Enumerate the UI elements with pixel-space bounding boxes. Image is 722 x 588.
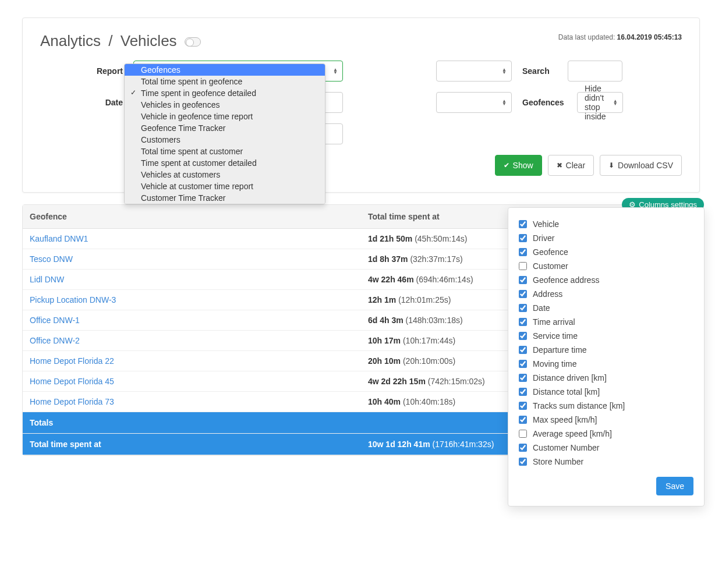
geofence-link[interactable]: Home Depot Florida 22 — [30, 356, 114, 366]
column-label: Store Number — [533, 457, 583, 466]
report-label: Report — [40, 66, 133, 76]
column-checkbox[interactable] — [519, 234, 527, 242]
column-label: Service time — [533, 331, 578, 341]
column-label: Max speed [km/h] — [533, 415, 597, 424]
column-checkbox[interactable] — [519, 374, 527, 382]
download-csv-button[interactable]: ⬇ Download CSV — [600, 155, 682, 176]
geofences-select[interactable]: Hide didn't stop inside ▲▼ — [577, 92, 623, 113]
column-toggle-row: Max speed [km/h] — [519, 413, 693, 427]
dropdown-option[interactable]: Vehicles at customers — [125, 169, 325, 180]
check-icon: ✔ — [504, 161, 509, 169]
date-label: Date — [40, 98, 133, 107]
download-icon: ⬇ — [608, 161, 614, 169]
column-checkbox[interactable] — [519, 346, 527, 354]
geofences-label: Geofences — [522, 98, 567, 107]
column-checkbox[interactable] — [519, 262, 527, 270]
geofence-link[interactable]: Home Depot Florida 73 — [30, 397, 114, 406]
geofence-link[interactable]: Kaufland DNW1 — [30, 234, 88, 243]
column-label: Date — [533, 303, 550, 313]
dropdown-option[interactable]: Total time spent in geofence — [125, 76, 325, 87]
time-sub: (148h:03m:18s) — [406, 316, 463, 325]
time-sub: (45h:50m:14s) — [415, 234, 467, 243]
dropdown-option[interactable]: Customers — [125, 134, 325, 146]
column-checkbox[interactable] — [519, 220, 527, 228]
geofence-link[interactable]: Office DNW-1 — [30, 316, 80, 325]
dropdown-option[interactable]: Time spent at customer detailed — [125, 157, 325, 169]
column-checkbox[interactable] — [519, 430, 527, 438]
time-sub: (32h:37m:17s) — [410, 254, 462, 264]
time-main: 4w 22h 46m — [368, 275, 416, 284]
secondary-select-1[interactable]: ▲▼ — [436, 61, 512, 82]
column-toggle-row: Tracks sum distance [km] — [519, 399, 693, 413]
dropdown-option[interactable]: Vehicles in geofences — [125, 99, 325, 111]
geofence-link[interactable]: Pickup Location DNW-3 — [30, 295, 116, 304]
col-geofence: Geofence — [23, 205, 361, 229]
time-sub: (20h:10m:00s) — [403, 356, 455, 366]
column-checkbox[interactable] — [519, 402, 527, 410]
column-toggle-row: Departure time — [519, 343, 693, 357]
geofence-link[interactable]: Home Depot Florida 45 — [30, 377, 114, 386]
column-checkbox[interactable] — [519, 360, 527, 368]
column-label: Vehicle — [533, 219, 559, 229]
column-toggle-row: Geofence — [519, 245, 693, 259]
search-input[interactable] — [568, 61, 622, 82]
title-toggle[interactable] — [185, 37, 201, 47]
column-toggle-row: Address — [519, 287, 693, 301]
select-arrows-icon: ▲▼ — [502, 68, 507, 74]
column-checkbox[interactable] — [519, 290, 527, 298]
search-label: Search — [522, 66, 557, 76]
save-button[interactable]: Save — [656, 477, 693, 495]
column-checkbox[interactable] — [519, 276, 527, 284]
column-toggle-row: Average speed [km/h] — [519, 427, 693, 441]
geofence-link[interactable]: Office DNW-2 — [30, 336, 80, 345]
report-dropdown[interactable]: GeofencesTotal time spent in geofenceTim… — [124, 63, 325, 204]
dropdown-option[interactable]: Vehicle in geofence time report — [125, 111, 325, 122]
column-toggle-row: Store Number — [519, 455, 693, 469]
geofence-link[interactable]: Lidl DNW — [30, 275, 64, 284]
column-checkbox[interactable] — [519, 458, 527, 466]
column-toggle-row: Distance total [km] — [519, 385, 693, 399]
geofence-link[interactable]: Tesco DNW — [30, 254, 73, 264]
column-checkbox[interactable] — [519, 318, 527, 326]
column-label: Distance driven [km] — [533, 373, 607, 382]
column-toggle-row: Customer — [519, 259, 693, 273]
column-label: Geofence — [533, 247, 568, 257]
time-sub: (10h:40m:18s) — [403, 397, 455, 406]
time-sub: (742h:15m:02s) — [428, 377, 485, 386]
filters-card: Analytics / Vehicles Data last updated: … — [22, 17, 700, 193]
title-separator: / — [108, 32, 112, 49]
time-main: 10h 40m — [368, 397, 403, 406]
clear-button[interactable]: ✖ Clear — [548, 155, 594, 176]
column-toggle-row: Geofence address — [519, 273, 693, 287]
column-label: Moving time — [533, 359, 576, 369]
show-button[interactable]: ✔ Show — [495, 155, 542, 176]
column-checkbox[interactable] — [519, 332, 527, 340]
column-checkbox[interactable] — [519, 444, 527, 452]
column-checkbox[interactable] — [519, 248, 527, 256]
column-checkbox[interactable] — [519, 388, 527, 396]
column-toggle-row: Moving time — [519, 357, 693, 371]
dropdown-option[interactable]: Geofence Time Tracker — [125, 122, 325, 134]
column-label: Tracks sum distance [km] — [533, 401, 625, 410]
time-main: 10h 17m — [368, 336, 403, 345]
column-label: Distance total [km] — [533, 387, 600, 396]
dropdown-option[interactable]: Customer Time Tracker — [125, 192, 325, 204]
column-label: Departure time — [533, 345, 587, 355]
secondary-select-2[interactable]: ▲▼ — [436, 92, 512, 113]
title-vehicles: Vehicles — [121, 32, 177, 49]
time-sub: (12h:01m:25s) — [398, 295, 451, 304]
dropdown-option[interactable]: Vehicle at customer time report — [125, 180, 325, 192]
columns-settings-panel: VehicleDriverGeofenceCustomerGeofence ad… — [508, 207, 705, 506]
time-main: 1d 21h 50m — [368, 234, 415, 243]
column-label: Driver — [533, 233, 554, 243]
column-label: Average speed [km/h] — [533, 429, 612, 438]
time-main: 4w 2d 22h 15m — [368, 377, 428, 386]
dropdown-option[interactable]: Total time spent at customer — [125, 146, 325, 157]
dropdown-option[interactable]: Geofences — [125, 64, 325, 76]
time-sub: (694h:46m:14s) — [416, 275, 473, 284]
column-checkbox[interactable] — [519, 304, 527, 312]
time-sub: (10h:17m:44s) — [403, 336, 455, 345]
dropdown-option[interactable]: Time spent in geofence detailed — [125, 87, 325, 99]
column-checkbox[interactable] — [519, 416, 527, 424]
column-toggle-row: Customer Number — [519, 441, 693, 455]
